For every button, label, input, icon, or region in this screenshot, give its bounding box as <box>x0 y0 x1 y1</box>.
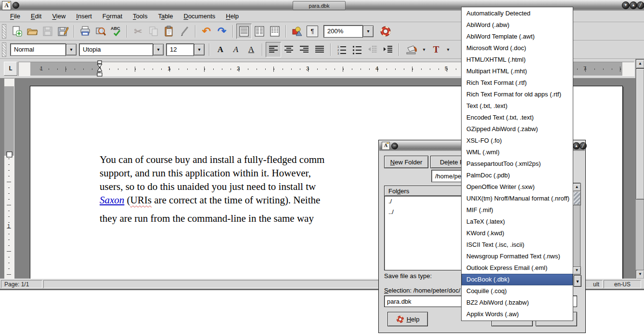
font-dropdown-arrow[interactable]: ▾ <box>153 44 164 55</box>
format-option[interactable]: Outlook Express Email (.eml) <box>462 262 573 274</box>
save-button[interactable] <box>40 24 55 39</box>
menu-edit[interactable]: Edit <box>26 11 47 21</box>
format-option[interactable]: OpenOffice Writer (.sxw) <box>462 181 573 193</box>
help-button[interactable] <box>378 24 393 39</box>
format-option[interactable]: Rich Text Format (.rtf) <box>462 77 573 89</box>
show-formatting-marks-button[interactable]: ¶ <box>307 26 318 37</box>
underline-button[interactable]: A <box>244 42 259 57</box>
numbered-list-button[interactable]: 123 <box>334 42 349 57</box>
folder-item[interactable]: ./ <box>385 196 463 207</box>
format-option[interactable]: HTML/XHTML (.html) <box>462 54 573 66</box>
new-document-button[interactable] <box>9 24 25 39</box>
format-option[interactable]: PalmDoc (.pdb) <box>462 170 573 181</box>
font-size-value[interactable]: 12 <box>167 44 193 55</box>
menu-format[interactable]: Format <box>97 11 128 21</box>
open-file-button[interactable] <box>25 24 40 39</box>
format-option[interactable]: BZ2 AbiWord (.bzabw) <box>462 297 573 308</box>
zoom-value[interactable]: 200% <box>324 26 362 37</box>
format-option[interactable]: DocBook (.dbk) <box>462 274 573 285</box>
format-option[interactable]: LaTeX (.latex) <box>462 216 573 228</box>
highlight-color-dropdown-arrow[interactable]: ▾ <box>420 42 428 57</box>
insert-object-button[interactable] <box>289 24 305 39</box>
menu-insert[interactable]: Insert <box>71 11 97 21</box>
menu-documents[interactable]: Documents <box>179 11 221 21</box>
format-option[interactable]: Multipart HTML (.mht) <box>462 66 573 77</box>
format-option[interactable]: WML (.wml) <box>462 147 573 158</box>
format-option[interactable]: KWord (.kwd) <box>462 228 573 239</box>
help-button[interactable]: Help <box>387 312 428 326</box>
zoom-dropdown-arrow[interactable]: ▾ <box>363 26 374 37</box>
shade-button[interactable]: ▾ <box>622 1 630 9</box>
format-option[interactable]: Encoded Text (.txt, .text) <box>462 112 573 123</box>
bulleted-list-button[interactable] <box>349 42 365 57</box>
print-button[interactable] <box>77 24 93 39</box>
scrollbar-thumb[interactable] <box>573 191 581 205</box>
stylus-button[interactable] <box>177 24 192 39</box>
print-preview-button[interactable] <box>93 24 108 39</box>
language-panel[interactable]: en-US <box>604 280 641 288</box>
save-type-dropdown-arrow[interactable]: ▾ <box>574 275 581 287</box>
top-margin-marker[interactable] <box>6 151 13 158</box>
tab-selector-button[interactable]: L <box>4 62 17 76</box>
scroll-down-button[interactable]: ▼ <box>636 270 644 279</box>
format-option[interactable]: Newsgroup Formatted Text (.nws) <box>462 251 573 262</box>
bold-button[interactable]: A <box>213 42 228 57</box>
indent-marker[interactable] <box>96 60 103 78</box>
increase-indent-button[interactable] <box>380 42 396 57</box>
dialog-window-menu-button[interactable]: – <box>391 143 398 149</box>
view-three-column-button[interactable] <box>267 24 283 39</box>
close-button[interactable]: ╱ <box>637 1 644 9</box>
view-two-column-button[interactable] <box>252 24 267 39</box>
menu-view[interactable]: View <box>47 11 71 21</box>
format-option[interactable]: AbiWord (.abw) <box>462 19 573 31</box>
maximize-button[interactable]: ▴ <box>630 1 637 9</box>
paste-button[interactable] <box>161 24 177 39</box>
align-right-button[interactable] <box>296 42 312 57</box>
text-color-dropdown-arrow[interactable]: ▾ <box>444 42 452 57</box>
menu-table[interactable]: Table <box>153 11 178 21</box>
text-color-button[interactable]: T <box>428 42 444 57</box>
scrollbar-thumb[interactable] <box>636 68 644 200</box>
files-scrollbar[interactable]: ▲ ▼ <box>572 183 580 274</box>
format-option[interactable]: Rich Text Format for old apps (.rtf) <box>462 89 573 100</box>
menu-help[interactable]: Help <box>220 11 244 21</box>
justify-button[interactable] <box>312 42 327 57</box>
format-option[interactable]: Coquille (.coq) <box>462 285 573 297</box>
menu-file[interactable]: File <box>5 11 26 21</box>
format-option[interactable]: Microsoft Word (.doc) <box>462 42 573 54</box>
menu-tools[interactable]: Tools <box>128 11 153 21</box>
align-center-button[interactable] <box>281 42 296 57</box>
folders-header[interactable]: Folders <box>384 186 464 196</box>
new-folder-button[interactable]: New Folder <box>384 156 428 168</box>
spellcheck-button[interactable]: ABC <box>108 24 124 39</box>
style-dropdown-arrow[interactable]: ▾ <box>66 44 77 55</box>
window-menu-button[interactable]: · <box>13 2 19 9</box>
format-option[interactable]: Applix Words (.aw) <box>462 308 573 320</box>
highlight-color-button[interactable] <box>402 42 420 57</box>
redo-button[interactable]: ↷ <box>214 24 230 39</box>
undo-button[interactable]: ↶ <box>199 24 214 39</box>
scroll-down-button[interactable]: ▼ <box>573 267 581 275</box>
document-vertical-scrollbar[interactable]: ▲ ▼ <box>635 59 644 279</box>
font-value[interactable]: Utopia <box>79 44 153 55</box>
format-option[interactable]: Automatically Detected <box>462 8 573 19</box>
dialog-close-button[interactable]: ╱ <box>580 142 587 149</box>
toolbar-drag-handle[interactable] <box>2 42 6 57</box>
save-as-button[interactable] <box>55 24 71 39</box>
format-option[interactable]: UNIX(tm) Nroff/Manual format (.nroff) <box>462 193 573 204</box>
scroll-up-button[interactable]: ▲ <box>573 183 581 191</box>
folder-item[interactable]: ../ <box>385 207 463 217</box>
scroll-up-button[interactable]: ▲ <box>636 59 644 68</box>
format-option[interactable]: XSL-FO (.fo) <box>462 135 573 147</box>
format-option[interactable]: PassepartoutToo (.xml2ps) <box>462 158 573 170</box>
view-one-column-button[interactable] <box>236 24 252 39</box>
font-size-dropdown-arrow[interactable]: ▾ <box>194 44 205 55</box>
toolbar-drag-handle[interactable] <box>2 24 6 39</box>
format-option[interactable]: ISCII Text (.isc, .iscii) <box>462 239 573 251</box>
format-option[interactable]: AbiWord Template (.awt) <box>462 31 573 42</box>
hyperlink-saxon[interactable]: Saxon <box>100 194 124 206</box>
format-option[interactable]: Text (.txt, .text) <box>462 100 573 112</box>
copy-button[interactable] <box>146 24 161 39</box>
decrease-indent-button[interactable] <box>365 42 380 57</box>
folders-list[interactable]: ./../ <box>384 196 464 270</box>
